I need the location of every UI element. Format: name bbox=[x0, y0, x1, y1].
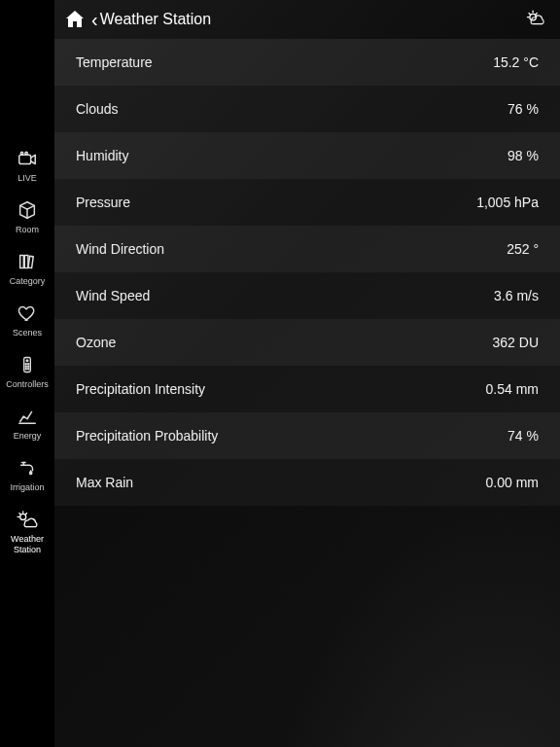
sidebar-item-label: Category bbox=[10, 276, 46, 287]
reading-row[interactable]: Humidity98 % bbox=[54, 132, 560, 179]
svg-point-7 bbox=[26, 360, 28, 362]
sidebar-item-label: Weather Station bbox=[1, 534, 53, 555]
reading-value: 98 % bbox=[508, 148, 539, 163]
sidebar-item-label: Irrigation bbox=[10, 482, 44, 493]
sidebar-item-live[interactable]: LIVE bbox=[0, 146, 54, 184]
sidebar: LIVERoomCategoryScenesControllersEnergyI… bbox=[0, 0, 54, 747]
reading-value: 0.54 mm bbox=[486, 381, 539, 397]
reading-value: 1,005 hPa bbox=[476, 195, 539, 210]
reading-label: Precipitation Intensity bbox=[76, 381, 205, 397]
sidebar-item-label: Controllers bbox=[6, 379, 49, 390]
sidebar-item-category[interactable]: Category bbox=[0, 249, 54, 287]
sidebar-item-energy[interactable]: Energy bbox=[0, 404, 54, 442]
svg-point-12 bbox=[25, 369, 26, 370]
reading-label: Pressure bbox=[76, 195, 130, 210]
reading-row[interactable]: Clouds76 % bbox=[54, 86, 560, 132]
svg-point-10 bbox=[25, 366, 26, 367]
reading-label: Temperature bbox=[76, 54, 153, 70]
reading-value: 74 % bbox=[508, 428, 539, 444]
sidebar-item-controllers[interactable]: Controllers bbox=[0, 352, 54, 390]
weather-icon bbox=[525, 7, 550, 32]
reading-row[interactable]: Ozone362 DU bbox=[54, 319, 560, 366]
reading-label: Clouds bbox=[76, 101, 119, 117]
sidebar-item-label: LIVE bbox=[18, 173, 37, 184]
reading-row[interactable]: Precipitation Probability74 % bbox=[54, 412, 560, 459]
reading-value: 15.2 °C bbox=[493, 54, 539, 70]
reading-label: Wind Speed bbox=[76, 288, 150, 303]
header: ‹ Weather Station bbox=[54, 0, 560, 39]
svg-point-9 bbox=[28, 364, 29, 365]
back-chevron-icon[interactable]: ‹ bbox=[91, 9, 98, 31]
reading-label: Wind Direction bbox=[76, 241, 164, 257]
faucet-icon bbox=[15, 455, 40, 480]
sidebar-item-room[interactable]: Room bbox=[0, 197, 54, 235]
svg-line-23 bbox=[536, 14, 537, 15]
chart-icon bbox=[15, 404, 40, 429]
sidebar-item-weather-station[interactable]: Weather Station bbox=[0, 507, 54, 555]
reading-value: 3.6 m/s bbox=[494, 288, 539, 303]
sidebar-item-label: Energy bbox=[14, 431, 42, 442]
svg-line-22 bbox=[529, 14, 530, 15]
svg-point-2 bbox=[25, 152, 27, 154]
reading-value: 76 % bbox=[508, 101, 539, 117]
svg-line-17 bbox=[19, 514, 20, 515]
sidebar-item-label: Room bbox=[16, 225, 39, 235]
sidebar-item-irrigation[interactable]: Irrigation bbox=[0, 455, 54, 493]
page-title: Weather Station bbox=[100, 11, 211, 28]
svg-line-18 bbox=[26, 514, 27, 515]
sidebar-item-scenes[interactable]: Scenes bbox=[0, 301, 54, 338]
reading-value: 362 DU bbox=[493, 335, 539, 350]
reading-value: 252 ° bbox=[507, 241, 539, 257]
svg-point-1 bbox=[20, 152, 22, 154]
svg-rect-0 bbox=[19, 155, 31, 163]
reading-value: 0.00 mm bbox=[486, 475, 539, 490]
weather-icon bbox=[15, 507, 40, 532]
reading-row[interactable]: Wind Direction252 ° bbox=[54, 226, 560, 272]
svg-point-13 bbox=[28, 369, 29, 370]
svg-point-11 bbox=[28, 366, 29, 367]
reading-label: Max Rain bbox=[76, 475, 133, 490]
reading-row[interactable]: Pressure1,005 hPa bbox=[54, 179, 560, 226]
svg-rect-3 bbox=[20, 256, 24, 268]
reading-label: Precipitation Probability bbox=[76, 428, 218, 444]
svg-rect-5 bbox=[28, 256, 33, 267]
reading-row[interactable]: Wind Speed3.6 m/s bbox=[54, 272, 560, 319]
reading-label: Humidity bbox=[76, 148, 128, 163]
reading-label: Ozone bbox=[76, 335, 116, 350]
remote-icon bbox=[15, 352, 40, 377]
recorder-icon bbox=[15, 146, 40, 171]
svg-rect-4 bbox=[24, 256, 28, 268]
sidebar-item-label: Scenes bbox=[13, 328, 42, 338]
box-icon bbox=[15, 197, 40, 223]
books-icon bbox=[15, 249, 40, 274]
svg-point-14 bbox=[20, 514, 26, 519]
main-panel: ‹ Weather Station Temperature15.2 °CClou… bbox=[54, 0, 560, 747]
heart-icon bbox=[15, 301, 40, 326]
reading-row[interactable]: Precipitation Intensity0.54 mm bbox=[54, 366, 560, 412]
reading-row[interactable]: Temperature15.2 °C bbox=[54, 39, 560, 86]
svg-point-8 bbox=[25, 364, 26, 365]
home-icon bbox=[63, 8, 87, 31]
home-button[interactable] bbox=[60, 5, 89, 34]
reading-row[interactable]: Max Rain0.00 mm bbox=[54, 459, 560, 506]
readings-list: Temperature15.2 °CClouds76 %Humidity98 %… bbox=[54, 39, 560, 747]
